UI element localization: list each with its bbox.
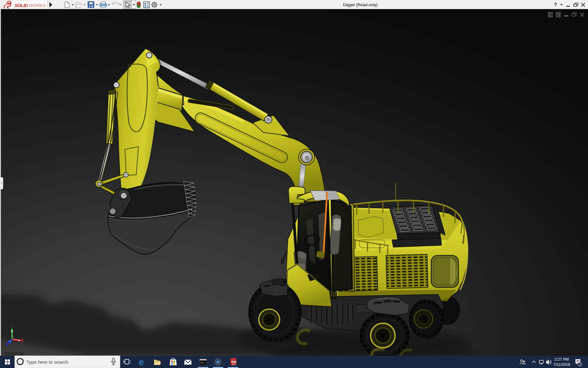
svg-text:7/11/2018: 7/11/2018	[553, 362, 570, 367]
svg-text:?: ?	[554, 2, 557, 7]
svg-text:Digger [Read-only]: Digger [Read-only]	[343, 2, 378, 7]
svg-text:2:27 PM: 2:27 PM	[555, 357, 569, 362]
svg-text:2017: 2017	[232, 363, 236, 366]
svg-text:SOLID: SOLID	[14, 3, 28, 8]
svg-text:*Dimetric: *Dimetric	[4, 351, 24, 356]
svg-text:e: e	[139, 357, 144, 367]
svg-text:WORKS: WORKS	[29, 3, 46, 8]
svg-text:Type here to search: Type here to search	[26, 359, 68, 365]
svg-text:2: 2	[579, 362, 581, 366]
svg-text:C:\_: C:\_	[201, 362, 205, 364]
